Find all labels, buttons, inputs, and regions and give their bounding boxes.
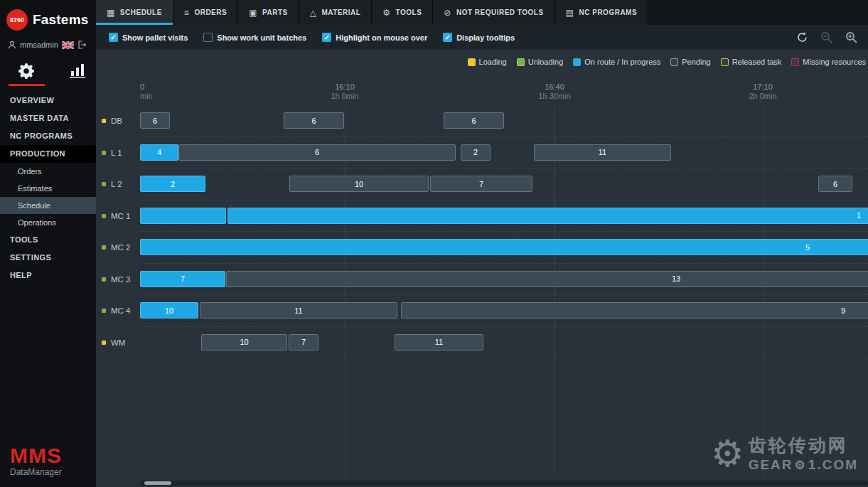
row-marker — [102, 341, 106, 345]
schedule-icon: ▦ — [107, 8, 115, 18]
sidebar-item-tools[interactable]: TOOLS — [0, 231, 96, 249]
gantt-row-mc-3: MC 3713 — [96, 264, 868, 296]
checkbox-label: Show pallet visits — [122, 33, 188, 42]
gantt-bar[interactable]: 9 — [401, 302, 868, 319]
gantt-bar[interactable]: 2 — [140, 176, 205, 192]
row-label: DB — [102, 105, 122, 137]
legend-unloading: Unloading — [517, 58, 564, 66]
tab-not-required-tools[interactable]: ⊘NOT REQUIRED TOOLS — [433, 0, 554, 25]
tick-time: 0 — [140, 82, 153, 92]
tab-parts[interactable]: ▣PARTS — [238, 0, 299, 25]
gear-icon: ⚙ — [711, 435, 744, 472]
gantt-bar[interactable] — [140, 208, 226, 224]
user-icon — [8, 41, 16, 49]
scrollbar-thumb[interactable] — [144, 481, 171, 485]
zoom-in-icon — [845, 31, 858, 44]
reports-section-icon[interactable] — [60, 62, 97, 86]
row-label-text: L 2 — [111, 180, 122, 188]
horizontal-scrollbar[interactable] — [140, 481, 868, 486]
row-label: MC 4 — [102, 295, 130, 327]
row-bars: 46211 — [140, 137, 868, 169]
bar-label: 6 — [471, 117, 476, 125]
tab-label: TOOLS — [396, 9, 422, 16]
tab-label: NOT REQUIRED TOOLS — [456, 9, 544, 16]
sidebar-item-orders[interactable]: Orders — [0, 163, 96, 180]
sidebar-item-help[interactable]: HELP — [0, 267, 96, 284]
refresh-button[interactable] — [796, 31, 808, 43]
axis-tick: 0min — [140, 82, 153, 101]
sidebar-item-settings[interactable]: SETTINGS — [0, 249, 96, 267]
checkbox-box[interactable]: ✓ — [322, 33, 331, 42]
bar-label: 6 — [315, 148, 319, 156]
legend-on-route-in-progress: On route / In progress — [573, 58, 660, 66]
bar-label: 9 — [841, 306, 845, 315]
gantt-bar[interactable]: 11 — [534, 144, 671, 161]
tab-material[interactable]: △MATERIAL — [299, 0, 373, 25]
checkbox-display-tooltips[interactable]: ✓Display tooltips — [443, 33, 515, 42]
row-label-text: DB — [111, 117, 122, 125]
fastems-logo-text: Fastems — [33, 12, 89, 28]
parts-icon: ▣ — [249, 8, 257, 18]
gantt-bar[interactable]: 6 — [444, 112, 504, 129]
bar-label: 10 — [165, 306, 173, 315]
gantt-bar[interactable]: 6 — [818, 176, 852, 192]
uk-flag-icon[interactable] — [62, 41, 74, 49]
gantt-bar[interactable]: 6 — [140, 112, 170, 129]
row-marker — [102, 214, 106, 218]
material-icon: △ — [310, 8, 317, 18]
tick-duration: min — [140, 92, 153, 101]
zoom-in-button[interactable] — [845, 31, 858, 44]
gantt-row-l-1: L 146211 — [96, 137, 868, 169]
gantt-bar[interactable]: 5 — [140, 239, 868, 255]
gantt-bar[interactable]: 10 — [289, 176, 429, 192]
gantt-bar[interactable]: 11 — [200, 302, 397, 319]
checkbox-show-work-unit-batches[interactable]: Show work unit batches — [203, 33, 306, 42]
tab-schedule[interactable]: ▦SCHEDULE — [96, 0, 173, 25]
tab-label: NC PROGRAMS — [579, 9, 637, 16]
tab-tools[interactable]: ⚙TOOLS — [372, 0, 433, 25]
bar-label: 2 — [473, 148, 478, 156]
gantt-bar[interactable]: 10 — [140, 302, 198, 319]
gantt-bar[interactable]: 7 — [430, 176, 532, 192]
sidebar-item-operations[interactable]: Operations — [0, 214, 96, 231]
gantt-chart: DB666L 146211L 221076MC 11MC 25MC 3713MC… — [96, 105, 868, 358]
gantt-bar[interactable]: 1 — [227, 208, 868, 224]
logout-icon[interactable] — [77, 41, 87, 49]
gantt-bar[interactable]: 13 — [226, 271, 868, 287]
production-section-icon[interactable] — [9, 62, 45, 86]
checkbox-box[interactable]: ✓ — [443, 33, 452, 42]
checkbox-box[interactable] — [203, 33, 213, 42]
gantt-bar[interactable]: 6 — [284, 112, 344, 129]
sidebar-item-nc-programs[interactable]: NC PROGRAMS — [0, 127, 96, 145]
gantt-bar[interactable]: 11 — [395, 334, 483, 350]
gantt-bar[interactable]: 7 — [140, 271, 225, 287]
checkbox-highlight-on-mouse-over[interactable]: ✓Highlight on mouse over — [322, 33, 427, 42]
legend-label: Pending — [682, 58, 710, 66]
gantt-bar[interactable]: 7 — [289, 334, 318, 350]
gantt-bar[interactable]: 6 — [178, 144, 456, 161]
gantt-row-db: DB666 — [96, 105, 868, 137]
gantt-bar[interactable]: 4 — [140, 144, 178, 161]
bar-label: 7 — [301, 338, 306, 346]
legend-swatch — [468, 58, 476, 66]
row-label: MC 1 — [102, 200, 130, 232]
checkbox-box[interactable]: ✓ — [109, 33, 118, 42]
gantt-bar[interactable]: 10 — [201, 334, 287, 350]
bar-label: 13 — [672, 274, 680, 283]
mms-subtitle: DataManager — [10, 467, 62, 477]
gantt-bar[interactable]: 2 — [461, 144, 491, 161]
sidebar-item-schedule[interactable]: Schedule — [0, 197, 96, 214]
row-label: L 2 — [102, 168, 122, 200]
checkbox-show-pallet-visits[interactable]: ✓Show pallet visits — [109, 33, 188, 42]
sidebar-item-estimates[interactable]: Estimates — [0, 180, 96, 197]
zoom-out-button[interactable] — [820, 31, 833, 44]
tab-nc-programs[interactable]: ▤NC PROGRAMS — [555, 0, 648, 25]
sidebar-item-master-data[interactable]: MASTER DATA — [0, 109, 96, 127]
sidebar-menu: OVERVIEWMASTER DATANC PROGRAMSPRODUCTION… — [0, 92, 96, 284]
sidebar-item-production[interactable]: PRODUCTION — [0, 145, 96, 163]
sidebar-item-overview[interactable]: OVERVIEW — [0, 92, 96, 109]
schedule-toolbar: ✓Show pallet visitsShow work unit batche… — [96, 25, 868, 50]
tab-orders[interactable]: ≡ORDERS — [173, 0, 238, 25]
row-label-text: WM — [111, 338, 125, 347]
row-marker — [102, 309, 106, 313]
